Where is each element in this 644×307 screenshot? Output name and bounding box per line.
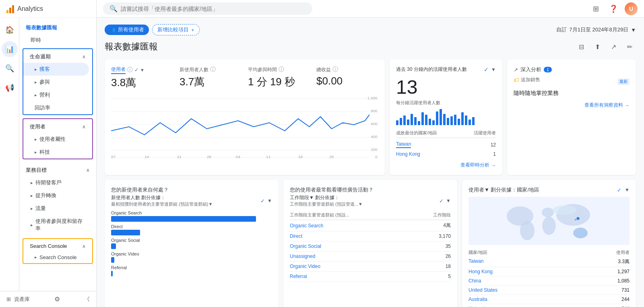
value-cell: 18 bbox=[414, 262, 451, 272]
date-range[interactable]: 自訂 7月1日至 2024年8月29日 ▼ bbox=[556, 26, 636, 33]
geo-country[interactable]: China bbox=[469, 278, 481, 284]
new-users-metric: 新使用者人數 ⓘ 3.7萬 bbox=[180, 66, 242, 90]
realtime-count-taiwan: 12 bbox=[491, 142, 496, 148]
apps-icon[interactable]: ⊞ bbox=[589, 2, 602, 15]
sidebar-user-engagement[interactable]: ▸ 使用者參與度和留存率 bbox=[19, 215, 93, 235]
revenue-value: $0.00 bbox=[316, 75, 378, 87]
search-console-section-title: Search Console bbox=[30, 243, 67, 249]
svg-text:600: 600 bbox=[371, 122, 378, 126]
users-dropdown[interactable]: ▼ bbox=[140, 68, 144, 72]
sidebar-user-attributes[interactable]: ▸ 使用者屬性 bbox=[23, 133, 89, 146]
sidebar-engagement[interactable]: ▸ 參與 bbox=[23, 76, 89, 89]
logo-icon bbox=[6, 4, 14, 13]
search-console-item-label: Search Console bbox=[39, 254, 77, 260]
search-input[interactable] bbox=[121, 6, 306, 12]
channel-cell[interactable]: Referral bbox=[290, 272, 414, 282]
realtime-dropdown-icon[interactable]: ▼ bbox=[491, 67, 496, 72]
geo-user-count: 1,297 bbox=[617, 269, 630, 274]
all-users-chip-label: 所有使用者 bbox=[118, 26, 144, 33]
nav-advertising-icon[interactable]: 📢 bbox=[2, 80, 18, 96]
svg-text:11: 11 bbox=[266, 155, 270, 159]
realtime-row-hk: Hong Kong 1 bbox=[396, 150, 496, 159]
lifecycle-label: 生命週期 bbox=[30, 53, 51, 60]
channel-cell[interactable]: Organic Search bbox=[290, 220, 414, 231]
realtime-title: 過去 30 分鐘內的活躍使用者人數 bbox=[396, 66, 467, 73]
acquisition-label: 獲客 bbox=[39, 66, 50, 73]
acquisition-dropdown-icon[interactable]: ▼ bbox=[267, 198, 272, 204]
user-avatar[interactable]: U bbox=[625, 2, 638, 15]
geo-country[interactable]: Taiwan bbox=[469, 258, 483, 265]
nav-explore-icon[interactable]: 🔍 bbox=[2, 60, 18, 76]
nav-home-icon[interactable]: 🏠 bbox=[2, 22, 18, 38]
realtime-sub-label: 每分鐘活躍使用者人數 bbox=[396, 100, 496, 106]
insights-badge: 1 bbox=[544, 67, 552, 72]
svg-text:25: 25 bbox=[329, 155, 334, 159]
all-users-chip[interactable]: 👥 所有使用者 bbox=[105, 25, 149, 35]
channel-cell[interactable]: Unassigned bbox=[290, 251, 414, 262]
report-section-header[interactable]: 報表數據匯報 bbox=[19, 20, 96, 34]
sidebar-boost-conversion[interactable]: ▸ 提升轉換 bbox=[19, 189, 93, 202]
boost-label: 提升轉換 bbox=[35, 192, 56, 199]
add-compare-label: 新增比較項目 bbox=[157, 26, 189, 33]
search-bar[interactable]: 🔍 bbox=[103, 2, 312, 15]
sidebar-instant[interactable]: 即時 bbox=[19, 34, 93, 47]
help-icon[interactable]: ❓ bbox=[607, 2, 620, 15]
channel-cell[interactable]: Organic Social bbox=[290, 241, 414, 251]
geo-country[interactable]: Australia bbox=[469, 297, 487, 302]
asset-library[interactable]: ⊞ 資產庫 bbox=[6, 296, 30, 303]
insights-link-text: 查看所有洞察資料 bbox=[584, 102, 623, 109]
settings-icon[interactable]: ⚙ bbox=[54, 295, 60, 303]
engagement-col-channel: 工作階段主要管道群組 (預設... bbox=[290, 210, 414, 220]
engagement-table: 工作階段主要管道群組 (預設... 工作階段 Organic Search4萬D… bbox=[290, 210, 451, 282]
insights-link[interactable]: 查看所有洞察資料 → bbox=[514, 102, 630, 109]
lifecycle-section-header[interactable]: 生命週期 ∧ bbox=[23, 49, 92, 63]
edit-icon[interactable]: ✏ bbox=[623, 40, 636, 53]
geo-card: 使用者▼ 劃分依據：國家/地區 ✓ ▼ bbox=[462, 180, 636, 307]
search-console-section-header[interactable]: Search Console ∧ bbox=[23, 239, 92, 251]
sidebar-acquisition[interactable]: ▸ 獲客 bbox=[23, 63, 89, 76]
traffic-arrow: ▸ bbox=[31, 206, 33, 211]
revenue-label: 總收益 bbox=[316, 66, 331, 73]
line-chart: 1,000 800 600 400 200 0 bbox=[111, 95, 378, 159]
realtime-count-hk: 1 bbox=[493, 151, 496, 157]
add-compare-chip[interactable]: 新增比較項目 + bbox=[152, 24, 200, 35]
engagement-dropdown-icon[interactable]: ▼ bbox=[446, 198, 451, 204]
nav-reports-icon[interactable]: 📊 bbox=[2, 41, 18, 57]
traffic-label: 流量 bbox=[35, 205, 46, 212]
avg-time-info-icon[interactable]: ⓘ bbox=[279, 66, 284, 73]
revenue-info-icon[interactable]: ⓘ bbox=[332, 66, 338, 73]
realtime-country-taiwan[interactable]: Taiwan bbox=[396, 141, 411, 147]
new-users-info-icon[interactable]: ⓘ bbox=[210, 66, 216, 73]
acquisition-check-icon: ✓ bbox=[260, 198, 265, 204]
sidebar-monetization[interactable]: ▸ 營利 bbox=[23, 89, 89, 101]
sidebar-traffic[interactable]: ▸ 流量 bbox=[19, 202, 93, 215]
analytics-logo[interactable]: Analytics bbox=[6, 4, 43, 13]
realtime-link[interactable]: 查看即時分析 → bbox=[396, 162, 496, 169]
share-icon[interactable]: ⬆ bbox=[591, 40, 604, 53]
geo-country[interactable]: United States bbox=[469, 287, 497, 293]
pending-arrow: ▸ bbox=[31, 180, 33, 185]
retention-label: 回訪率 bbox=[35, 104, 50, 111]
sidebar-search-console-item[interactable]: ▸ Search Console bbox=[23, 251, 89, 263]
users-label: 使用者 bbox=[30, 123, 45, 130]
sidebar-retention[interactable]: 回訪率 bbox=[23, 101, 89, 114]
channel-cell[interactable]: Direct bbox=[290, 231, 414, 241]
sidebar-tech[interactable]: ▸ 科技 bbox=[23, 146, 89, 159]
channel-cell[interactable]: Organic Video bbox=[290, 262, 414, 272]
collapse-sidebar-button[interactable]: 《 bbox=[84, 296, 90, 303]
insights-pin-icon[interactable]: ↗ bbox=[607, 40, 620, 53]
engagement-card: 您的使用者最常觀看哪些廣告活動？ 工作階段▼ 劃分依據： 工作階段主要管道群組 … bbox=[283, 180, 457, 307]
realtime-card: 過去 30 分鐘內的活躍使用者人數 ✓ ▼ 13 每分鐘活躍使用者人數 bbox=[390, 60, 502, 175]
geo-col-users: 使用者 bbox=[616, 249, 630, 255]
bar-organic-search: Organic Search bbox=[111, 210, 272, 222]
compare-columns-icon[interactable]: ⊟ bbox=[575, 40, 588, 53]
geo-country[interactable]: Hong Kong bbox=[469, 269, 493, 274]
sidebar-pending-customers[interactable]: ▸ 待開發客戶 bbox=[19, 176, 93, 189]
realtime-country-hk[interactable]: Hong Kong bbox=[396, 151, 420, 157]
value-cell: 26 bbox=[414, 251, 451, 262]
users-section-header[interactable]: 使用者 ∧ bbox=[23, 119, 92, 133]
users-info-icon[interactable]: ⓘ bbox=[127, 66, 133, 74]
business-goals-header[interactable]: 業務目標 ∧ bbox=[19, 163, 96, 176]
geo-dropdown-icon[interactable]: ▼ bbox=[625, 187, 630, 193]
bar-direct: Direct bbox=[111, 224, 272, 235]
